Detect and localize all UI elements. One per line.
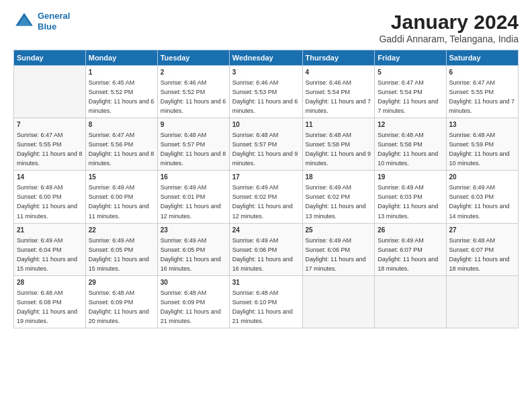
- day-info: Sunrise: 6:49 AMSunset: 6:00 PMDaylight:…: [17, 184, 77, 219]
- day-number: 11: [306, 120, 372, 130]
- day-info: Sunrise: 6:49 AMSunset: 6:03 PMDaylight:…: [449, 184, 510, 219]
- day-number: 7: [17, 120, 83, 130]
- day-number: 14: [17, 173, 83, 182]
- day-number: 12: [378, 120, 443, 130]
- calendar-cell: 30Sunrise: 6:48 AMSunset: 6:09 PMDayligh…: [157, 275, 229, 328]
- day-info: Sunrise: 6:49 AMSunset: 6:06 PMDaylight:…: [232, 237, 293, 272]
- day-number: 24: [232, 226, 300, 235]
- day-number: 5: [378, 68, 443, 77]
- calendar-subtitle: Gaddi Annaram, Telangana, India: [379, 34, 519, 44]
- day-info: Sunrise: 6:48 AMSunset: 5:59 PMDaylight:…: [449, 132, 510, 167]
- day-info: Sunrise: 6:48 AMSunset: 6:07 PMDaylight:…: [449, 237, 510, 272]
- day-number: 21: [17, 226, 83, 235]
- day-number: 27: [449, 226, 515, 235]
- header: General Blue January 2024 Gaddi Annaram,…: [13, 11, 519, 44]
- day-info: Sunrise: 6:46 AMSunset: 5:52 PMDaylight:…: [161, 79, 226, 114]
- calendar-cell: 21Sunrise: 6:49 AMSunset: 6:04 PMDayligh…: [14, 223, 86, 275]
- calendar-cell: 19Sunrise: 6:49 AMSunset: 6:03 PMDayligh…: [375, 171, 446, 223]
- day-number: 29: [89, 278, 154, 287]
- day-number: 2: [161, 68, 226, 77]
- calendar-cell: [14, 66, 86, 118]
- day-info: Sunrise: 6:47 AMSunset: 5:56 PMDaylight:…: [89, 132, 154, 167]
- calendar-cell: [302, 275, 375, 328]
- calendar-cell: 4Sunrise: 6:46 AMSunset: 5:54 PMDaylight…: [302, 66, 375, 118]
- calendar-cell: 1Sunrise: 6:45 AMSunset: 5:52 PMDaylight…: [85, 66, 157, 118]
- day-info: Sunrise: 6:48 AMSunset: 6:09 PMDaylight:…: [161, 289, 221, 324]
- day-number: 25: [306, 226, 372, 235]
- title-block: January 2024 Gaddi Annaram, Telangana, I…: [379, 11, 519, 44]
- calendar-week-2: 7Sunrise: 6:47 AMSunset: 5:55 PMDaylight…: [14, 118, 519, 171]
- calendar-cell: 31Sunrise: 6:48 AMSunset: 6:10 PMDayligh…: [229, 275, 302, 328]
- day-number: 13: [449, 120, 515, 130]
- calendar-cell: 9Sunrise: 6:48 AMSunset: 5:57 PMDaylight…: [157, 118, 229, 171]
- calendar-cell: 14Sunrise: 6:49 AMSunset: 6:00 PMDayligh…: [14, 171, 86, 223]
- calendar-cell: 5Sunrise: 6:47 AMSunset: 5:54 PMDaylight…: [375, 66, 446, 118]
- calendar-cell: [446, 275, 518, 328]
- calendar-cell: 15Sunrise: 6:49 AMSunset: 6:00 PMDayligh…: [85, 171, 157, 223]
- calendar-title: January 2024: [379, 11, 519, 34]
- day-number: 19: [378, 173, 443, 182]
- day-number: 30: [161, 278, 226, 287]
- day-info: Sunrise: 6:48 AMSunset: 6:09 PMDaylight:…: [89, 289, 149, 324]
- day-info: Sunrise: 6:49 AMSunset: 6:05 PMDaylight:…: [161, 237, 221, 272]
- header-friday: Friday: [375, 50, 446, 66]
- day-number: 22: [89, 226, 154, 235]
- calendar-cell: 11Sunrise: 6:48 AMSunset: 5:58 PMDayligh…: [302, 118, 375, 171]
- header-monday: Monday: [85, 50, 157, 66]
- page: General Blue January 2024 Gaddi Annaram,…: [0, 0, 532, 411]
- day-info: Sunrise: 6:47 AMSunset: 5:55 PMDaylight:…: [449, 79, 515, 114]
- calendar-cell: 25Sunrise: 6:49 AMSunset: 6:06 PMDayligh…: [302, 223, 375, 275]
- header-tuesday: Tuesday: [157, 50, 229, 66]
- day-number: 16: [161, 173, 226, 182]
- calendar-cell: 10Sunrise: 6:48 AMSunset: 5:57 PMDayligh…: [229, 118, 302, 171]
- day-info: Sunrise: 6:47 AMSunset: 5:54 PMDaylight:…: [378, 79, 438, 114]
- calendar-cell: 26Sunrise: 6:49 AMSunset: 6:07 PMDayligh…: [375, 223, 446, 275]
- day-info: Sunrise: 6:49 AMSunset: 6:02 PMDaylight:…: [232, 184, 293, 219]
- calendar-cell: 3Sunrise: 6:46 AMSunset: 5:53 PMDaylight…: [229, 66, 302, 118]
- header-wednesday: Wednesday: [229, 50, 302, 66]
- day-info: Sunrise: 6:48 AMSunset: 6:10 PMDaylight:…: [232, 289, 293, 324]
- day-info: Sunrise: 6:48 AMSunset: 5:57 PMDaylight:…: [161, 132, 226, 167]
- calendar-cell: 28Sunrise: 6:48 AMSunset: 6:08 PMDayligh…: [14, 275, 86, 328]
- day-info: Sunrise: 6:49 AMSunset: 6:01 PMDaylight:…: [161, 184, 221, 219]
- logo-text: General Blue: [38, 11, 70, 32]
- day-number: 4: [306, 68, 372, 77]
- day-number: 6: [449, 68, 515, 77]
- calendar-cell: 27Sunrise: 6:48 AMSunset: 6:07 PMDayligh…: [446, 223, 518, 275]
- day-number: 20: [449, 173, 515, 182]
- day-info: Sunrise: 6:49 AMSunset: 6:04 PMDaylight:…: [17, 237, 77, 272]
- logo-icon: [13, 11, 35, 32]
- calendar-cell: 8Sunrise: 6:47 AMSunset: 5:56 PMDaylight…: [85, 118, 157, 171]
- day-info: Sunrise: 6:46 AMSunset: 5:54 PMDaylight:…: [306, 79, 371, 114]
- calendar-cell: [375, 275, 446, 328]
- day-number: 26: [378, 226, 443, 235]
- calendar-cell: 23Sunrise: 6:49 AMSunset: 6:05 PMDayligh…: [157, 223, 229, 275]
- day-info: Sunrise: 6:47 AMSunset: 5:55 PMDaylight:…: [17, 132, 83, 167]
- day-number: 10: [232, 120, 300, 130]
- header-saturday: Saturday: [446, 50, 518, 66]
- calendar-cell: 18Sunrise: 6:49 AMSunset: 6:02 PMDayligh…: [302, 171, 375, 223]
- day-info: Sunrise: 6:48 AMSunset: 6:08 PMDaylight:…: [17, 289, 77, 324]
- calendar-cell: 22Sunrise: 6:49 AMSunset: 6:05 PMDayligh…: [85, 223, 157, 275]
- day-info: Sunrise: 6:48 AMSunset: 5:58 PMDaylight:…: [378, 132, 438, 167]
- calendar-cell: 29Sunrise: 6:48 AMSunset: 6:09 PMDayligh…: [85, 275, 157, 328]
- day-info: Sunrise: 6:45 AMSunset: 5:52 PMDaylight:…: [89, 79, 154, 114]
- day-number: 3: [232, 68, 300, 77]
- day-number: 17: [232, 173, 300, 182]
- header-thursday: Thursday: [302, 50, 375, 66]
- day-info: Sunrise: 6:49 AMSunset: 6:05 PMDaylight:…: [89, 237, 149, 272]
- calendar-cell: 6Sunrise: 6:47 AMSunset: 5:55 PMDaylight…: [446, 66, 518, 118]
- day-number: 8: [89, 120, 154, 130]
- calendar-cell: 7Sunrise: 6:47 AMSunset: 5:55 PMDaylight…: [14, 118, 86, 171]
- day-number: 23: [161, 226, 226, 235]
- calendar-week-3: 14Sunrise: 6:49 AMSunset: 6:00 PMDayligh…: [14, 171, 519, 223]
- day-number: 1: [89, 68, 154, 77]
- calendar-cell: 16Sunrise: 6:49 AMSunset: 6:01 PMDayligh…: [157, 171, 229, 223]
- day-info: Sunrise: 6:49 AMSunset: 6:06 PMDaylight:…: [306, 237, 366, 272]
- calendar-cell: 13Sunrise: 6:48 AMSunset: 5:59 PMDayligh…: [446, 118, 518, 171]
- calendar-week-4: 21Sunrise: 6:49 AMSunset: 6:04 PMDayligh…: [14, 223, 519, 275]
- calendar-week-1: 1Sunrise: 6:45 AMSunset: 5:52 PMDaylight…: [14, 66, 519, 118]
- header-sunday: Sunday: [14, 50, 86, 66]
- day-number: 31: [232, 278, 300, 287]
- calendar-cell: 12Sunrise: 6:48 AMSunset: 5:58 PMDayligh…: [375, 118, 446, 171]
